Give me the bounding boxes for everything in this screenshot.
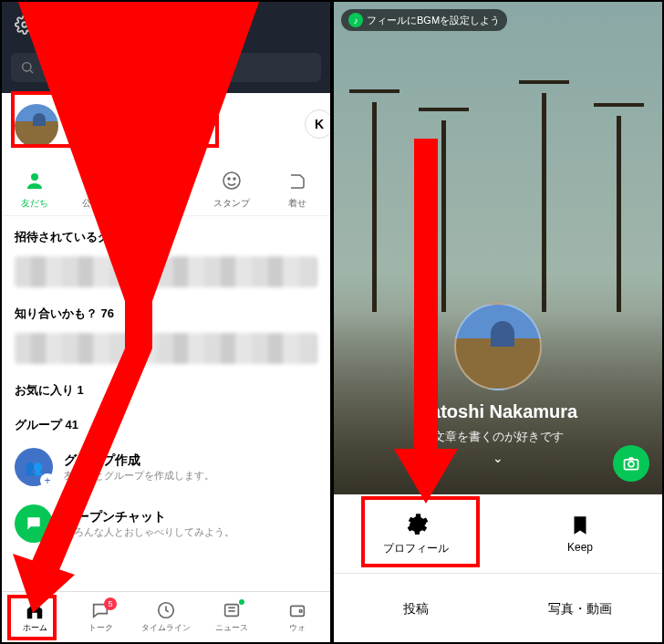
music-icon: ♪ [348,13,363,27]
search-bar: 検索 [2,47,330,93]
blurred-row [2,327,330,369]
search-placeholder: 検索 [42,59,67,76]
profile-bio: 文章を書くのが好きです [69,128,317,143]
friends-icon [22,168,47,193]
blurred-row [2,251,330,293]
open-chat-item[interactable]: オープンチャット いろんな人とおしゃべりしてみよう。 [2,495,330,552]
profile-name: Satoshi Nakamura [334,401,662,422]
item-title: グループ作成 [64,452,214,469]
profile-row[interactable]: Satoshi Nakamura 文章を書くのが好きです K [2,93,330,159]
wallet-icon [287,600,307,620]
smiley-icon [219,168,244,193]
svg-text:S: S [163,176,170,186]
svg-point-8 [228,178,230,180]
profile-screen: ♪ フィールにBGMを設定しよう Satoshi Nakamura 文章を書くの… [332,0,664,644]
gear-icon [403,512,429,537]
item-title: オープンチャット [64,509,234,525]
profile-settings-button[interactable]: プロフィール [334,494,498,573]
home-screen: ホーム 検索 Satoshi Nakamura 文章を書くのが好きです K 友だ… [0,0,332,644]
tab-bar: ホーム トーク 5 タイムライン ニュース ウォ [2,591,330,642]
camera-icon [622,454,640,473]
header: ホーム [2,2,330,47]
category-official[interactable]: 公式アカ [67,168,133,210]
camera-button[interactable] [613,445,649,482]
search-input[interactable]: 検索 [11,53,321,82]
profile-bio: 文章を書くのが好きです [334,429,662,445]
theme-icon [285,168,310,193]
category-theme[interactable]: 着せ [265,168,330,210]
group-create-icon: + [15,448,53,486]
settings-icon[interactable] [15,15,35,35]
keep-badge[interactable]: K [305,109,332,139]
open-chat-icon [15,504,53,543]
notify-dot [239,599,244,605]
section-favorites: お気に入り 1 [2,369,330,404]
section-groups: グループ 41 [2,404,330,439]
category-friends[interactable]: 友だち [2,168,67,210]
badge: 5 [104,597,117,610]
svg-point-15 [299,610,302,613]
shield-icon [88,168,113,193]
profile-avatar[interactable] [454,303,542,390]
create-group-item[interactable]: + グループ作成 友だちとグループを作成します。 [2,439,330,495]
tab-news[interactable]: ニュース [199,592,265,642]
search-icon [20,60,35,75]
tab-wallet[interactable]: ウォ [265,592,330,642]
profile-name: Satoshi Nakamura [69,109,317,126]
tab-photos[interactable]: 写真・動画 [498,574,662,644]
avatar [15,104,58,148]
svg-point-4 [99,179,101,181]
bookmark-icon [568,514,592,537]
section-maybe-know: 知り合いかも？ 76 [2,293,330,327]
category-stamp[interactable]: スタンプ [199,168,265,210]
profile-tabs: 投稿 写真・動画 [334,573,662,644]
bg-pole [542,93,546,312]
home-icon [25,600,45,620]
bg-pole [372,102,377,312]
bg-pole [617,116,621,312]
svg-point-7 [223,172,240,189]
bg-pole [441,120,446,312]
item-desc: 友だちとグループを作成します。 [64,469,214,483]
bgm-banner[interactable]: ♪ フィールにBGMを設定しよう [341,9,507,31]
profile-actions: プロフィール Keep [334,494,662,573]
svg-point-3 [31,173,38,181]
item-desc: いろんな人とおしゃべりしてみよう。 [64,525,234,539]
tab-home[interactable]: ホーム [2,592,67,642]
svg-point-9 [233,178,235,180]
svg-line-2 [30,70,33,73]
svg-point-1 [23,63,31,71]
tab-posts[interactable]: 投稿 [334,574,498,644]
clock-icon [156,600,176,620]
svg-point-0 [22,22,27,27]
svg-point-24 [628,462,634,467]
profile-text: Satoshi Nakamura 文章を書くのが好きです [69,109,317,143]
section-invited: 招待されているグループ [2,216,330,251]
keep-button[interactable]: Keep [498,494,662,573]
svg-rect-11 [225,605,239,617]
tab-talk[interactable]: トーク 5 [67,592,133,642]
category-row: 友だち 公式アカ S サービス スタンプ 着せ [2,159,330,216]
profile-cover: ♪ フィールにBGMを設定しよう Satoshi Nakamura 文章を書くの… [334,2,662,494]
page-title: ホーム [143,15,190,36]
category-service[interactable]: S サービス [133,168,199,210]
tab-timeline[interactable]: タイムライン [133,592,199,642]
service-icon: S [153,168,179,193]
